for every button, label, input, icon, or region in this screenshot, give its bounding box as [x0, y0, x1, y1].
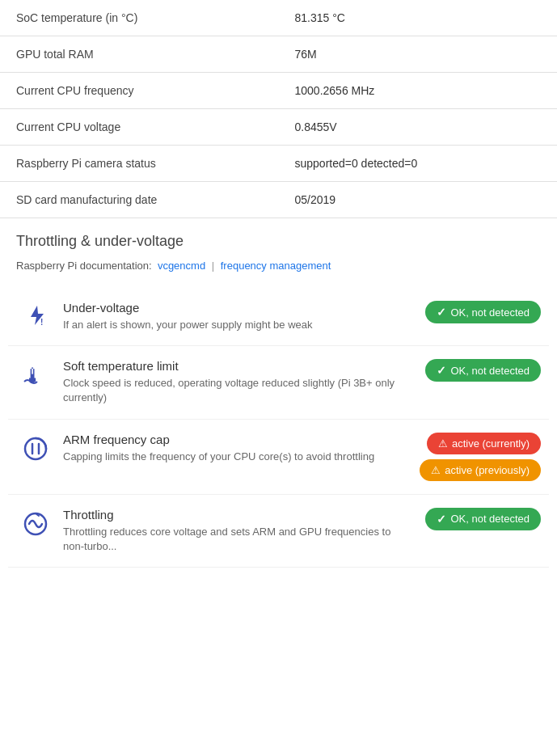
system-info-table: SoC temperature (in °C) 81.315 °C GPU to… [0, 0, 557, 218]
vcgencmd-link[interactable]: vcgencmd [158, 260, 205, 272]
doc-line: Raspberry Pi documentation: vcgencmd | f… [0, 256, 557, 288]
table-row: Raspberry Pi camera status supported=0 d… [0, 146, 557, 182]
arm-freq-icon [16, 433, 55, 463]
frequency-management-link[interactable]: frequency management [221, 260, 331, 272]
row-value: 05/2019 [279, 182, 558, 218]
throttle-content: Under-voltage If an alert is shown, your… [55, 301, 411, 332]
throttle-badges: OK, not detected [411, 508, 541, 530]
soft-temp-icon: 🌡 [16, 359, 55, 390]
throttle-desc: If an alert is shown, your power supply … [63, 318, 403, 332]
badge-icon [437, 364, 446, 377]
throttle-content: Soft temperature limit Clock speed is re… [55, 359, 411, 405]
table-row: Current CPU voltage 0.8455V [0, 109, 557, 146]
throttle-content: ARM frequency cap Capping limits the fre… [55, 433, 411, 464]
row-value: supported=0 detected=0 [279, 146, 558, 182]
svg-text:!: ! [40, 318, 43, 327]
badge-icon [437, 306, 446, 319]
badge-icon [431, 464, 441, 476]
throttle-desc: Capping limits the frequency of your CPU… [63, 450, 403, 464]
table-row: Current CPU frequency 1000.2656 MHz [0, 73, 557, 109]
throttle-content: Throttling Throttling reduces core volta… [55, 508, 411, 554]
throttle-desc: Clock speed is reduced, operating voltag… [63, 376, 403, 405]
throttling-icon [16, 508, 55, 538]
badge-icon [437, 513, 446, 526]
status-badge: OK, not detected [425, 359, 541, 382]
throttle-item: Throttling Throttling reduces core volta… [8, 495, 549, 568]
throttle-badges: OK, not detected [411, 301, 541, 323]
svg-text:🌡: 🌡 [23, 364, 44, 388]
throttle-list: ! Under-voltage If an alert is shown, yo… [0, 288, 557, 568]
throttle-name: Throttling [63, 508, 403, 522]
status-badge: OK, not detected [425, 508, 541, 530]
status-badge: active (previously) [420, 459, 541, 481]
row-label: SD card manufacturing date [0, 182, 279, 218]
badge-icon [438, 437, 448, 450]
throttle-badges: active (currently)active (previously) [411, 433, 541, 481]
table-row: SoC temperature (in °C) 81.315 °C [0, 0, 557, 36]
row-value: 81.315 °C [279, 0, 558, 36]
throttle-badges: OK, not detected [411, 359, 541, 382]
throttle-item: 🌡 Soft temperature limit Clock speed is … [8, 346, 549, 419]
row-value: 1000.2656 MHz [279, 73, 558, 109]
table-row: SD card manufacturing date 05/2019 [0, 182, 557, 218]
row-label: Current CPU frequency [0, 73, 279, 109]
status-badge: active (currently) [427, 433, 541, 454]
under-voltage-icon: ! [16, 301, 55, 328]
status-badge: OK, not detected [425, 301, 541, 323]
throttle-item: ARM frequency cap Capping limits the fre… [8, 420, 549, 495]
table-row: GPU total RAM 76M [0, 36, 557, 73]
row-label: SoC temperature (in °C) [0, 0, 279, 36]
row-value: 0.8455V [279, 109, 558, 146]
throttle-desc: Throttling reduces core voltage and sets… [63, 525, 403, 554]
row-label: Current CPU voltage [0, 109, 279, 146]
row-label: GPU total RAM [0, 36, 279, 73]
throttle-name: Soft temperature limit [63, 359, 403, 373]
row-value: 76M [279, 36, 558, 73]
throttle-name: Under-voltage [63, 301, 403, 315]
throttle-item: ! Under-voltage If an alert is shown, yo… [8, 288, 549, 346]
row-label: Raspberry Pi camera status [0, 146, 279, 182]
throttle-name: ARM frequency cap [63, 433, 403, 446]
doc-separator: | [212, 260, 217, 272]
section-title: Throttling & under-voltage [0, 218, 557, 256]
